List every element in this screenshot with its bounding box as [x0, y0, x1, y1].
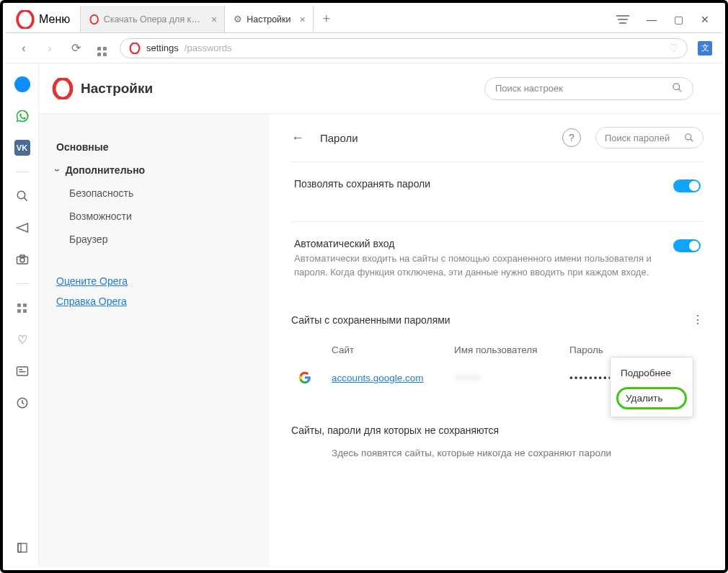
- rate-opera-link[interactable]: Оцените Opera: [56, 271, 255, 291]
- tab-title: Скачать Опера для комп: [104, 14, 203, 25]
- opera-icon: [16, 10, 35, 29]
- row-context-menu: Подробнее Удалить: [610, 357, 693, 417]
- search-icon: [684, 133, 694, 143]
- tab-settings[interactable]: ⚙ Настройки ×: [225, 6, 313, 32]
- help-opera-link[interactable]: Справка Opera: [56, 291, 255, 311]
- translate-button[interactable]: 文: [698, 41, 712, 55]
- reload-button[interactable]: ⟳: [68, 41, 84, 55]
- addressbar: ‹ › ⟳ settings/passwords ♡ 文: [6, 33, 722, 63]
- autologin-desc: Автоматически входить на сайты с помощью…: [294, 252, 663, 280]
- autologin-title: Автоматический вход: [294, 238, 663, 249]
- passwords-pane: ← Пароли ? Поиск паролей Позволять с: [270, 114, 722, 567]
- gear-icon: ⚙: [234, 14, 242, 25]
- site-favicon: [298, 371, 313, 386]
- personal-news-icon[interactable]: [14, 220, 30, 236]
- minimize-button[interactable]: ―: [647, 14, 657, 25]
- never-save-title: Сайты, пароли для которых не сохраняются: [291, 425, 703, 436]
- history-icon[interactable]: [14, 395, 30, 411]
- titlebar: Меню Скачать Опера для комп × ⚙ Настройк…: [6, 6, 722, 33]
- svg-point-15: [673, 83, 680, 89]
- close-icon[interactable]: ×: [211, 14, 217, 25]
- passwords-title: Пароли: [320, 132, 358, 144]
- forward-button[interactable]: ›: [42, 42, 58, 55]
- svg-point-2: [130, 43, 140, 53]
- svg-point-14: [54, 79, 71, 99]
- page-title: Настройки: [81, 81, 153, 97]
- menu-button[interactable]: Меню: [6, 6, 81, 32]
- url-input[interactable]: settings/passwords ♡: [120, 38, 688, 58]
- speed-dial-icon[interactable]: [14, 300, 30, 316]
- new-tab-button[interactable]: +: [314, 6, 339, 32]
- table-row[interactable]: accounts.google.com •••••••• ••••••••• П…: [291, 361, 703, 396]
- autologin-toggle[interactable]: [673, 239, 701, 252]
- settings-nav: Основные Дополнительно Безопасность Возм…: [39, 114, 270, 567]
- menu-details[interactable]: Подробнее: [611, 362, 693, 384]
- more-icon[interactable]: ⋮: [692, 319, 703, 321]
- svg-rect-12: [18, 543, 27, 552]
- nav-browser[interactable]: Браузер: [56, 228, 255, 251]
- nav-security[interactable]: Безопасность: [56, 182, 255, 205]
- opera-icon: [129, 43, 141, 54]
- svg-point-6: [20, 258, 25, 262]
- settings-page: Настройки Поиск настроек Основные Дополн…: [39, 63, 722, 567]
- passwords-search-input[interactable]: Поиск паролей: [595, 127, 703, 148]
- svg-point-0: [17, 10, 33, 28]
- svg-rect-13: [18, 543, 21, 552]
- url-prefix: settings: [146, 43, 179, 53]
- easy-setup-icon[interactable]: [616, 15, 629, 24]
- whatsapp-icon[interactable]: [14, 108, 30, 124]
- opera-icon: [52, 78, 74, 99]
- svg-line-18: [691, 139, 693, 142]
- nav-basic[interactable]: Основные: [56, 136, 255, 159]
- help-icon[interactable]: ?: [562, 128, 581, 147]
- back-button[interactable]: ‹: [16, 42, 32, 55]
- svg-point-17: [685, 134, 691, 140]
- never-save-desc: Здесь появятся сайты, которые никогда не…: [291, 448, 703, 458]
- close-icon[interactable]: ×: [300, 14, 306, 25]
- tabstrip: Скачать Опера для комп × ⚙ Настройки × +: [81, 6, 603, 32]
- url-suffix: /passwords: [185, 43, 232, 53]
- svg-point-3: [17, 191, 25, 199]
- row-user: ••••••••: [454, 373, 569, 383]
- tab-title: Настройки: [247, 14, 290, 25]
- menu-label: Меню: [39, 13, 70, 26]
- settings-search-input[interactable]: Поиск настроек: [484, 77, 693, 100]
- passwords-search-placeholder: Поиск паролей: [605, 133, 670, 143]
- allow-save-toggle[interactable]: [673, 179, 701, 192]
- sidebar-rail: VK ♡: [6, 63, 39, 567]
- col-user: Имя пользователя: [454, 345, 569, 355]
- row-site[interactable]: accounts.google.com: [332, 373, 454, 383]
- search-icon: [672, 82, 683, 95]
- window-controls: ― ▢ ✕: [603, 14, 722, 25]
- page-header: Настройки Поиск настроек: [39, 63, 722, 114]
- svg-line-16: [678, 89, 681, 92]
- search-icon[interactable]: [14, 188, 30, 204]
- bookmarks-icon[interactable]: ♡: [14, 332, 30, 347]
- nav-advanced[interactable]: Дополнительно: [56, 159, 255, 182]
- opera-icon: [89, 14, 99, 25]
- svg-point-1: [91, 14, 99, 23]
- allow-save-label: Позволять сохранять пароли: [294, 178, 663, 190]
- news-icon[interactable]: [14, 363, 30, 379]
- col-site: Сайт: [332, 345, 454, 355]
- saved-passwords-title: Сайты с сохраненными паролями: [291, 314, 450, 326]
- maximize-button[interactable]: ▢: [674, 14, 683, 25]
- speed-dial-button[interactable]: [94, 40, 110, 56]
- bookmark-icon[interactable]: ♡: [669, 42, 678, 55]
- menu-delete[interactable]: Удалить: [616, 387, 687, 409]
- messenger-icon[interactable]: [14, 76, 30, 92]
- settings-search-placeholder: Поиск настроек: [495, 83, 563, 94]
- vk-icon[interactable]: VK: [14, 140, 30, 156]
- col-pass: Пароль: [569, 345, 656, 355]
- tab-opera-download[interactable]: Скачать Опера для комп ×: [81, 6, 225, 32]
- passwords-table: Сайт Имя пользователя Пароль accounts.go…: [291, 339, 703, 396]
- nav-features[interactable]: Возможности: [56, 205, 255, 228]
- expand-icon[interactable]: [14, 540, 30, 556]
- close-button[interactable]: ✕: [701, 14, 709, 25]
- snapshot-icon[interactable]: [14, 252, 30, 267]
- back-arrow-icon[interactable]: ←: [291, 130, 306, 146]
- svg-line-4: [24, 197, 27, 201]
